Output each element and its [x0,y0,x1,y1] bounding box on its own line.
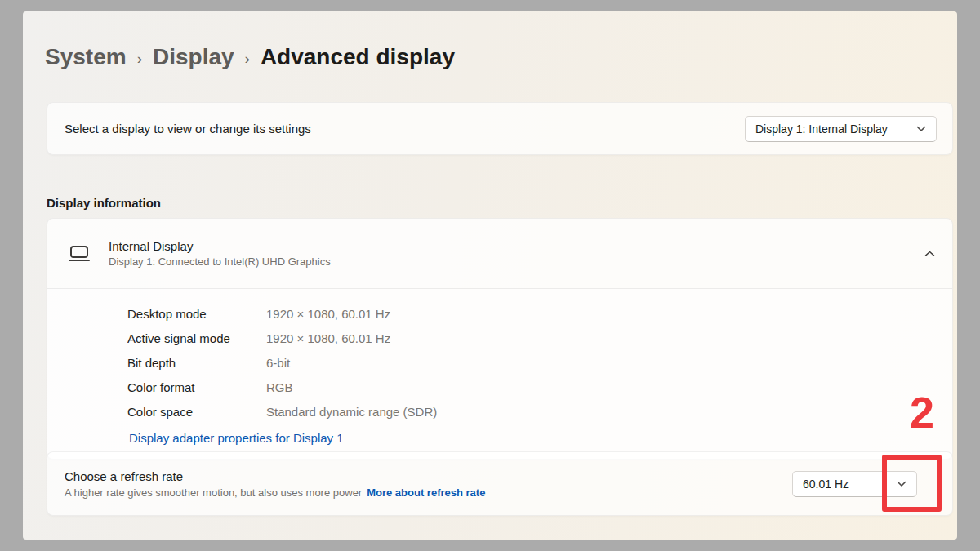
annotation-number: 2 [910,387,934,438]
refresh-rate-description: A higher rate gives smoother motion, but… [65,487,485,499]
detail-value: 1920 × 1080, 60.01 Hz [266,307,390,321]
detail-row: Desktop mode 1920 × 1080, 60.01 Hz [127,301,935,326]
refresh-rate-card: Choose a refresh rate A higher rate give… [47,451,953,516]
display-name: Internal Display [109,239,924,253]
breadcrumb-separator-icon: › [245,47,250,68]
chevron-down-icon [897,481,906,487]
refresh-rate-titles: Choose a refresh rate A higher rate give… [65,469,485,499]
display-selector-dropdown[interactable]: Display 1: Internal Display [745,116,937,142]
detail-value: 1920 × 1080, 60.01 Hz [266,331,390,345]
detail-row: Color format RGB [127,375,935,399]
breadcrumb-system[interactable]: System [45,44,127,70]
chevron-up-icon [924,251,935,257]
detail-label: Bit depth [127,356,266,370]
laptop-display-icon [69,244,90,264]
refresh-rate-title: Choose a refresh rate [65,469,485,483]
expander-titles: Internal Display Display 1: Connected to… [109,239,924,268]
detail-row: Color space Standard dynamic range (SDR) [127,399,935,424]
display-adapter-properties-link[interactable]: Display adapter properties for Display 1 [129,431,344,445]
chevron-down-icon [916,126,926,132]
display-selector-dropdown-value: Display 1: Internal Display [755,122,888,136]
refresh-rate-dropdown[interactable]: 60.01 Hz [792,471,917,497]
display-selector-card: Select a display to view or change its s… [47,102,953,155]
detail-label: Desktop mode [127,307,266,321]
display-connection-subtitle: Display 1: Connected to Intel(R) UHD Gra… [109,256,924,268]
display-information-details: Desktop mode 1920 × 1080, 60.01 Hz Activ… [47,288,952,459]
detail-label: Active signal mode [127,331,266,345]
settings-window: System › Display › Advanced display Sele… [23,11,957,540]
detail-value: Standard dynamic range (SDR) [266,405,437,419]
display-information-expander-header[interactable]: Internal Display Display 1: Connected to… [47,219,952,288]
breadcrumb-display[interactable]: Display [153,44,234,70]
display-information-card: Internal Display Display 1: Connected to… [47,218,953,460]
detail-value: RGB [266,380,293,394]
refresh-rate-dropdown-value: 60.01 Hz [803,478,849,491]
detail-row: Active signal mode 1920 × 1080, 60.01 Hz [127,326,935,350]
display-selector-label: Select a display to view or change its s… [65,122,311,136]
detail-row: Bit depth 6-bit [127,350,935,375]
page-title: Advanced display [261,44,455,70]
detail-value: 6-bit [266,356,290,370]
more-about-refresh-rate-link[interactable]: More about refresh rate [367,487,485,499]
breadcrumb-separator-icon: › [137,47,142,68]
detail-label: Color space [127,405,266,419]
detail-label: Color format [127,380,266,394]
breadcrumb: System › Display › Advanced display [45,44,455,70]
section-title-display-information: Display information [47,196,161,210]
refresh-rate-description-text: A higher rate gives smoother motion, but… [65,487,362,499]
